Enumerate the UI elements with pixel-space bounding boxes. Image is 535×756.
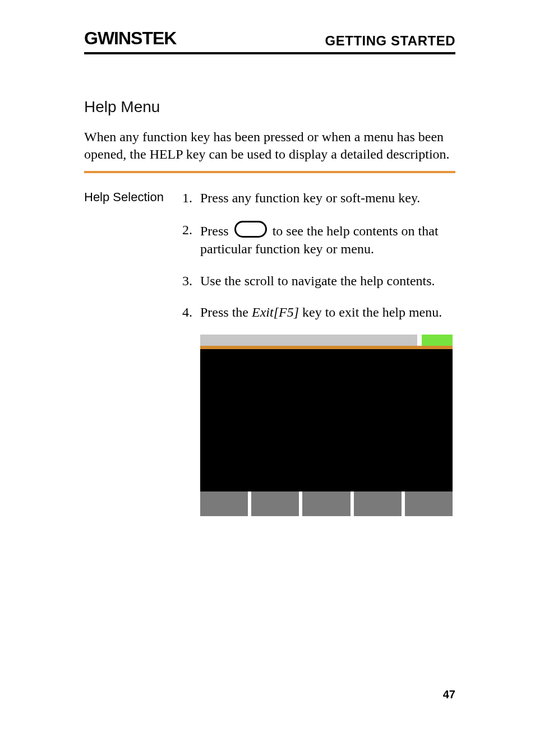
page-number: 47 — [443, 688, 455, 701]
brand-text: GWINSTEK — [84, 28, 176, 48]
step-text: Press any function key or soft-menu key. — [200, 189, 455, 207]
softkey-f4 — [354, 491, 402, 516]
step-number: 3. — [182, 272, 200, 290]
screenshot-body — [200, 349, 453, 491]
device-screenshot — [200, 335, 453, 516]
step-text: Press to see the help contents on that p… — [200, 221, 455, 258]
softkey-f5 — [405, 491, 453, 516]
screenshot-top-green — [422, 335, 453, 346]
screenshot-top-grey — [200, 335, 417, 346]
screenshot-top-gap — [417, 335, 422, 346]
step-3: 3. Use the scroll to navigate the help c… — [182, 272, 455, 290]
step-number: 4. — [182, 303, 200, 321]
left-label: Help Selection — [84, 189, 182, 516]
intro-paragraph: When any function key has been pressed o… — [84, 128, 455, 163]
brand-logo: GWINSTEK — [84, 28, 176, 49]
step-text: Use the scroll to navigate the help cont… — [200, 272, 455, 290]
step-text: Press the Exit[F5] key to exit the help … — [200, 303, 455, 321]
help-key-icon — [234, 221, 267, 238]
softkey-f3 — [302, 491, 350, 516]
step-number: 2. — [182, 221, 200, 258]
screenshot-top-bar — [200, 335, 453, 346]
page-header: GWINSTEK GETTING STARTED — [84, 28, 455, 54]
manual-page: GWINSTEK GETTING STARTED Help Menu When … — [0, 0, 535, 756]
exit-key-name: Exit[F5] — [252, 305, 299, 319]
step-number: 1. — [182, 189, 200, 207]
divider-rule — [84, 171, 455, 173]
section-title: Help Menu — [84, 98, 455, 116]
step-4-prefix: Press the — [200, 305, 252, 319]
step-4: 4. Press the Exit[F5] key to exit the he… — [182, 303, 455, 321]
step-1: 1. Press any function key or soft-menu k… — [182, 189, 455, 207]
softkey-f2 — [251, 491, 299, 516]
step-2: 2. Press to see the help contents on tha… — [182, 221, 455, 258]
screenshot-softkey-row — [200, 491, 453, 516]
softkey-f1 — [200, 491, 248, 516]
steps-list: 1. Press any function key or soft-menu k… — [182, 189, 455, 516]
chapter-title: GETTING STARTED — [325, 33, 455, 49]
step-4-suffix: key to exit the help menu. — [299, 305, 442, 319]
step-2-prefix: Press — [200, 224, 229, 238]
content-row: Help Selection 1. Press any function key… — [84, 189, 455, 516]
